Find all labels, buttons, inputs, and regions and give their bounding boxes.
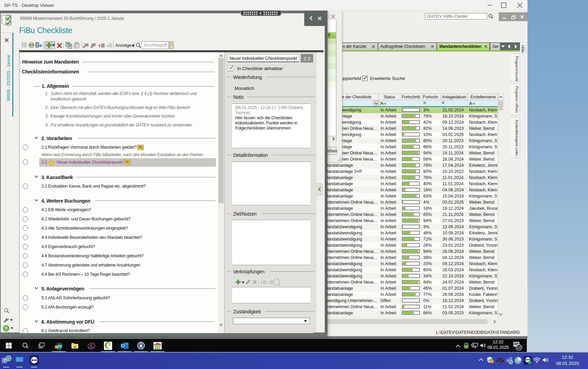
svg-text:T: T xyxy=(3,359,5,363)
svg-text:T: T xyxy=(507,359,509,363)
svg-text:?: ? xyxy=(5,326,8,331)
svg-text:22: 22 xyxy=(517,345,521,350)
